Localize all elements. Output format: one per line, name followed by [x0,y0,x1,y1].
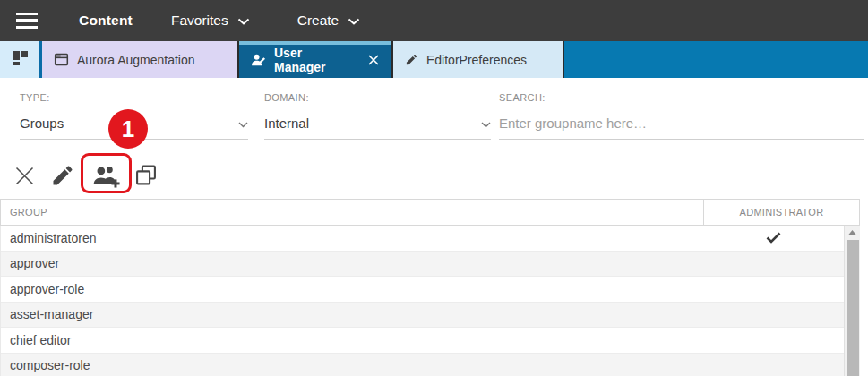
top-bar: Content Favorites Create [0,0,868,41]
scrollbar-thumb[interactable] [847,240,859,376]
group-name-cell: composer-role [1,358,703,372]
domain-field: DOMAIN: Internal [264,92,491,140]
delete-group-button[interactable] [13,164,37,188]
create-menu[interactable]: Create [297,13,361,29]
chevron-down-icon [481,115,491,131]
group-name-cell: chief editor [1,333,703,347]
group-toolbar [0,159,868,192]
type-field: TYPE: Groups [20,92,248,140]
group-name-cell: approver-role [1,282,703,296]
favorites-menu[interactable]: Favorites [171,13,250,29]
favorites-label: Favorites [171,13,228,29]
pencil-icon [50,163,75,188]
type-select[interactable]: Groups [20,115,248,140]
chevron-down-icon [237,13,250,29]
tab-aurora-augmentation[interactable]: Aurora Augmentation [42,41,237,78]
copy-icon [133,163,159,188]
close-icon[interactable] [367,54,380,66]
domain-select[interactable]: Internal [264,115,491,140]
table-row[interactable]: approver-role [1,277,844,303]
tabbar-empty-area [564,41,868,78]
search-field: SEARCH: [499,92,864,140]
pencil-icon [405,53,418,66]
content-item-icon [54,52,69,67]
tab-label: User Manager [274,46,357,74]
table-row[interactable]: chief editor [1,328,844,354]
groups-table: GROUP ADMINISTRATOR administratoren appr… [0,199,860,376]
scroll-up-arrow-icon [848,230,856,235]
search-input[interactable] [499,115,864,132]
table-row[interactable]: composer-role [1,354,844,376]
hamburger-menu-icon[interactable] [16,13,38,30]
add-group-icon [91,164,120,188]
tab-user-manager[interactable]: User Manager [239,41,391,78]
chevron-down-icon [238,115,248,131]
check-icon [766,232,781,244]
domain-value: Internal [264,115,481,131]
type-value: Groups [20,115,238,131]
table-row[interactable]: asset-manager [1,303,844,329]
tab-label: EditorPreferences [426,53,527,67]
table-body-rows: administratoren approver approver-role a… [1,226,844,376]
table-row[interactable]: administratoren [1,226,844,252]
column-header-group[interactable]: GROUP [1,200,703,225]
column-header-administrator[interactable]: ADMINISTRATOR [703,200,859,225]
copy-group-button[interactable] [133,163,159,188]
user-manager-icon [251,53,266,67]
table-body: administratoren approver approver-role a… [0,226,860,376]
vertical-scrollbar[interactable] [844,226,860,376]
table-header: GROUP ADMINISTRATOR [0,199,860,226]
add-group-button[interactable] [91,164,120,188]
scroll-up-button[interactable] [845,226,860,239]
tab-dashboard[interactable] [0,41,39,78]
chevron-down-icon [348,13,360,29]
administrator-cell [703,232,844,244]
create-label: Create [297,13,339,29]
dashboard-icon [10,48,30,72]
type-label: TYPE: [20,92,248,104]
filter-row: TYPE: Groups DOMAIN: Internal SEARCH: [0,78,868,140]
domain-label: DOMAIN: [264,92,491,104]
group-name-cell: approver [1,256,703,270]
search-label: SEARCH: [499,92,864,104]
app-mode-title: Content [79,13,133,29]
tab-editor-preferences[interactable]: EditorPreferences [393,41,563,78]
table-row[interactable]: approver [1,252,844,278]
delete-x-icon [13,164,37,188]
search-input-wrap [499,115,864,140]
group-name-cell: asset-manager [1,307,703,321]
group-name-cell: administratoren [1,231,703,245]
tab-label: Aurora Augmentation [77,53,195,67]
edit-group-button[interactable] [50,163,75,188]
tab-bar: Aurora Augmentation User Manager EditorP… [0,41,868,78]
